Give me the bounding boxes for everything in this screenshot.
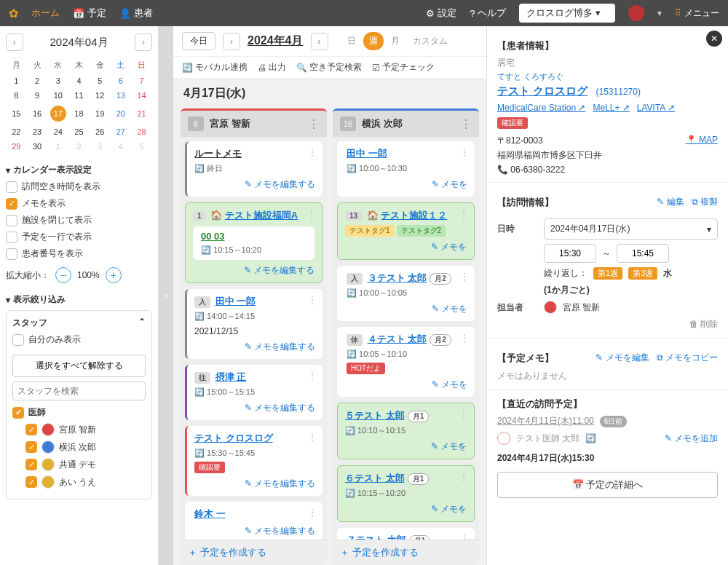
nav-home[interactable]: ホーム	[31, 7, 60, 20]
cal-day[interactable]: 28	[131, 125, 152, 139]
card-menu-icon[interactable]: ⋮	[459, 409, 468, 419]
edit-memo-link[interactable]: ✎ メモを編集する	[245, 341, 315, 352]
memo-add-link[interactable]: ✎ メモを追加	[665, 432, 718, 445]
next-period-button[interactable]: ›	[311, 33, 328, 50]
column-menu-icon[interactable]: ⋮	[460, 117, 472, 131]
create-schedule-button[interactable]: ＋ 予定を作成する	[333, 540, 479, 565]
tool-search-free[interactable]: 🔍 空き予定検索	[296, 61, 362, 74]
visit-time-from[interactable]	[544, 244, 596, 263]
cal-day[interactable]: 6	[111, 74, 132, 88]
memo-edit-link[interactable]: ✎ メモを編集	[596, 352, 649, 364]
schedule-card[interactable]: ⋮往 摂津 正🔄 15:00～15:15✎ メモを編集する	[185, 365, 323, 420]
visit-date-select[interactable]: 2024年04月17日(水)▾	[544, 218, 718, 240]
cal-day[interactable]: 5	[131, 139, 152, 154]
cal-day[interactable]: 30	[27, 139, 48, 154]
link-mell[interactable]: MeLL+ ↗	[593, 103, 629, 113]
chk-show-memo[interactable]: ✓	[6, 198, 17, 210]
chk-patient-no[interactable]	[6, 248, 17, 260]
tool-check[interactable]: ☑ 予定チェック	[372, 61, 435, 74]
schedule-card[interactable]: ⋮６テスト 太郎月1🔄 10:15～10:20✎ メモを	[337, 465, 475, 522]
cal-day[interactable]: 2	[68, 139, 90, 154]
card-menu-icon[interactable]: ⋮	[459, 472, 468, 482]
edit-visit-link[interactable]: ✎ 編集	[657, 196, 684, 208]
schedule-card[interactable]: ⋮田中 一郎🔄 10:00～10:30✎ メモを	[337, 141, 475, 197]
card-menu-icon[interactable]: ⋮	[308, 147, 317, 157]
cal-day[interactable]: 12	[90, 88, 111, 103]
deselect-all-button[interactable]: 選択をすべて解除する	[12, 355, 146, 377]
cal-day[interactable]: 13	[111, 88, 132, 103]
schedule-card[interactable]: ⋮1 🏠 テスト施設福岡A00 03🔄 10:15～10:20✎ メモを編集する	[185, 202, 323, 283]
edit-memo-link[interactable]: ✎ メモを編集する	[245, 526, 315, 536]
view-week[interactable]: 週	[363, 32, 384, 50]
cal-day[interactable]: 1	[47, 139, 68, 154]
filter-head[interactable]: ▾ 表示絞り込み	[6, 293, 152, 306]
close-panel-button[interactable]: ✕	[706, 31, 722, 47]
cal-day[interactable]: 29	[6, 139, 27, 154]
staff-collapse-icon[interactable]: ⌃	[138, 317, 146, 329]
nav-patients[interactable]: 👤 患者	[119, 7, 153, 20]
cal-day[interactable]: 1	[6, 74, 27, 88]
staff-item[interactable]: ✓あい うえ	[25, 475, 146, 489]
card-menu-icon[interactable]: ⋮	[308, 371, 317, 381]
staff-search-input[interactable]	[12, 382, 146, 400]
cal-day[interactable]: 3	[90, 139, 111, 154]
schedule-card[interactable]: ⋮７テスト 太郎月1✎ メモを	[337, 528, 475, 540]
edit-memo-link[interactable]: ✎ メモを編集する	[244, 265, 314, 275]
map-link[interactable]: 📍 MAP	[686, 135, 718, 147]
cal-day[interactable]: 22	[6, 125, 27, 139]
cal-day[interactable]: 11	[68, 88, 90, 103]
schedule-card[interactable]: ⋮入 田中 一郎🔄 14:00～14:152021/12/15✎ メモを編集する	[185, 289, 323, 359]
cal-day[interactable]: 19	[90, 103, 111, 125]
staff-item[interactable]: ✓共通 デモ	[25, 458, 146, 471]
schedule-card[interactable]: ⋮ルートメモ🔄 終日✎ メモを編集する	[185, 141, 323, 197]
schedule-card[interactable]: ⋮休 ４テスト 太郎月2🔄 10:05～10:10HOTだよ✎ メモを	[337, 327, 475, 397]
edit-memo-link[interactable]: ✎ メモを	[431, 504, 467, 514]
chk-doctor-group[interactable]: ✓	[12, 407, 24, 419]
chk-empty-slots[interactable]	[6, 181, 17, 193]
tool-mobakaru[interactable]: 🔄 モバカル連携	[182, 61, 248, 74]
card-menu-icon[interactable]: ⋮	[460, 147, 469, 157]
visit-detail-button[interactable]: 📅 予定の詳細へ	[497, 472, 718, 498]
chk-collapse-facility[interactable]	[6, 215, 17, 226]
edit-memo-link[interactable]: ✎ メモを	[432, 179, 467, 189]
cal-day[interactable]: 4	[111, 139, 132, 154]
card-menu-icon[interactable]: ⋮	[460, 272, 469, 282]
schedule-card[interactable]: ⋮テスト クロスログ🔄 15:30～15:45確認要✎ メモを編集する	[185, 426, 323, 496]
cal-day[interactable]: 24	[47, 125, 68, 139]
link-mcs[interactable]: MedicalCare Station ↗	[497, 103, 585, 113]
chk-self-only[interactable]	[12, 334, 24, 346]
view-day[interactable]: 日	[341, 32, 362, 50]
patient-name-link[interactable]: テスト クロスログ	[497, 84, 587, 97]
card-menu-icon[interactable]: ⋮	[460, 534, 469, 540]
cal-day[interactable]: 3	[47, 74, 68, 88]
user-avatar[interactable]	[628, 5, 644, 21]
location-select[interactable]: クロスログ博多 ▾	[519, 4, 615, 23]
cal-day[interactable]: 20	[111, 103, 132, 125]
card-menu-icon[interactable]: ⋮	[308, 507, 317, 518]
prev-period-button[interactable]: ‹	[223, 33, 240, 50]
edit-memo-link[interactable]: ✎ メモを編集する	[245, 179, 315, 189]
cal-day[interactable]: 21	[131, 103, 152, 125]
cal-day[interactable]: 25	[68, 125, 90, 139]
cal-day[interactable]: 7	[131, 74, 152, 88]
cal-day[interactable]: 23	[27, 125, 48, 139]
card-menu-icon[interactable]: ⋮	[460, 333, 469, 343]
link-lavita[interactable]: LAVITA ↗	[637, 103, 675, 113]
edit-memo-link[interactable]: ✎ メモを	[432, 379, 467, 390]
staff-item[interactable]: ✓宮原 智新	[25, 423, 146, 436]
display-settings-head[interactable]: ▾ カレンダー表示設定	[6, 164, 152, 176]
chk-one-line[interactable]	[6, 232, 17, 243]
current-month[interactable]: 2024年4月	[248, 33, 304, 49]
cal-prev-button[interactable]: ‹	[6, 33, 23, 51]
menu-button[interactable]: ⠿ メニュー	[675, 7, 719, 20]
cal-day[interactable]: 17	[47, 103, 68, 125]
schedule-card[interactable]: ⋮５テスト 太郎月1🔄 10:10～10:15✎ メモを	[337, 403, 475, 459]
edit-memo-link[interactable]: ✎ メモを編集する	[245, 478, 315, 489]
edit-memo-link[interactable]: ✎ メモを	[432, 304, 467, 314]
cal-day[interactable]: 14	[131, 88, 152, 103]
visit-time-to[interactable]	[617, 244, 669, 263]
staff-item[interactable]: ✓横浜 次郎	[25, 440, 146, 454]
memo-copy-link[interactable]: ⧉ メモをコピー	[657, 352, 718, 364]
zoom-in-button[interactable]: +	[106, 267, 122, 283]
zoom-out-button[interactable]: −	[55, 267, 71, 283]
